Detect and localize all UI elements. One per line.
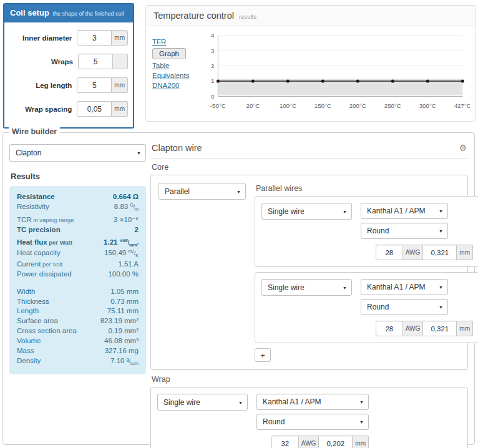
result-row: Volume46.08 mm³ (17, 336, 139, 346)
wrap-gauge-unit: AWG (299, 436, 319, 448)
wrap-type-select[interactable]: Single wire ▼ (157, 394, 248, 411)
wire2-material-select[interactable]: Kanthal A1 / APM ▼ (361, 279, 448, 295)
field-row-wrap-spacing: Wrap spacing mm (7, 101, 128, 117)
wire2-material-select-value: Kanthal A1 / APM (367, 283, 425, 291)
result-row: Width1.05 mm (17, 287, 139, 297)
wrap-profile-select-value: Round (263, 417, 285, 426)
tc-tab-tfr[interactable]: TFR (152, 38, 166, 46)
tc-tab-graph[interactable]: Graph (152, 48, 186, 59)
inner-diameter-unit: mm (112, 30, 128, 46)
result-row: Heat capacity150.49 mJ/K (17, 248, 139, 259)
field-row-wraps: Wraps (7, 54, 128, 69)
wrap-material-select[interactable]: Kanthal A1 / APM ▼ (256, 394, 369, 410)
wire1-profile-select[interactable]: Round ▼ (361, 223, 448, 239)
tc-tab-dna200[interactable]: DNA200 (152, 82, 179, 89)
result-row: Cross section area0.19 mm² (17, 326, 139, 336)
svg-text:-50°C: -50°C (210, 102, 226, 109)
wire2-diameter-input[interactable] (423, 321, 457, 336)
leg-length-input[interactable] (77, 77, 112, 93)
result-row: Thickness0.73 mm (17, 297, 139, 307)
wire2-gauge-input[interactable] (376, 321, 403, 336)
chevron-down-icon: ▼ (439, 209, 443, 213)
svg-text:3: 3 (211, 47, 214, 54)
coil-setup-title: Coil setup (10, 8, 49, 17)
wraps-input[interactable] (78, 54, 113, 69)
coil-setup-panel: Coil setup the shape of the finished coi… (3, 3, 134, 129)
wrap-profile-select[interactable]: Round ▼ (256, 414, 369, 430)
wire2-type-select-value: Single wire (268, 283, 305, 292)
chevron-down-icon: ▼ (439, 229, 443, 233)
chevron-down-icon: ▼ (439, 305, 443, 309)
tc-tab-table[interactable]: Table (152, 62, 170, 69)
tc-chart: 01234-50°C20°C100°C150°C200°C250°C300°C4… (202, 29, 470, 112)
wrap-spacing-label: Wrap spacing (7, 105, 77, 113)
wire2-type-select[interactable]: Single wire ▼ (261, 279, 352, 296)
wire1-gauge-input[interactable] (376, 245, 403, 260)
wraps-label: Wraps (7, 58, 78, 66)
wire-builder-legend: Wire builder (9, 127, 60, 136)
result-row: Power dissipated100.00 % (17, 270, 139, 280)
field-row-inner-diameter: Inner diameter mm (7, 30, 128, 46)
core-box: Parallel ▼ Parallel wires Single wire ▼ … (150, 175, 468, 370)
temperature-control-subtitle: results (239, 13, 256, 20)
divider (150, 158, 468, 158)
wire2-gauge-unit: AWG (403, 321, 424, 336)
wire-type-select-value: Clapton (16, 149, 41, 157)
leg-length-label: Leg length (7, 82, 77, 89)
temperature-control-panel: Temperature control results TFR Graph Ta… (145, 5, 476, 122)
add-wire-button[interactable]: + (255, 348, 271, 362)
svg-text:0: 0 (211, 93, 215, 100)
core-type-select[interactable]: Parallel ▼ (159, 183, 246, 200)
wrap-diameter-unit: mm (353, 436, 369, 448)
chevron-down-icon: ▼ (343, 285, 347, 290)
chevron-down-icon: ▼ (237, 189, 241, 193)
coil-setup-subtitle: the shape of the finished coil (52, 11, 124, 17)
wrap-spacing-input[interactable] (77, 101, 112, 117)
result-row: Mass327.16 mg (17, 346, 139, 356)
wire1-type-select-value: Single wire (268, 207, 305, 216)
result-row: Density7.10 g/ccm (17, 356, 139, 367)
result-row: Surface area823.19 mm² (17, 316, 139, 326)
svg-text:200°C: 200°C (349, 102, 366, 109)
core-label: Core (152, 163, 468, 172)
svg-text:100°C: 100°C (280, 102, 296, 109)
svg-text:1: 1 (211, 77, 214, 84)
svg-text:2: 2 (211, 62, 214, 69)
parallel-wires-label: Parallel wires (256, 184, 478, 193)
wire-type-select[interactable]: Clapton ▼ (9, 144, 146, 162)
wire1-diameter-unit: mm (457, 245, 473, 260)
tc-nav: TFR Graph Table Equivalents DNA200 (152, 29, 202, 112)
core-type-select-value: Parallel (165, 187, 190, 196)
wire1-gauge-row: AWG mm (361, 245, 473, 260)
wire2-gauge-row: AWG mm (361, 321, 473, 336)
svg-text:4: 4 (211, 32, 215, 39)
wire1-material-select[interactable]: Kanthal A1 / APM ▼ (361, 203, 448, 219)
wrap-diameter-input[interactable] (319, 436, 353, 448)
tc-tab-equivalents[interactable]: Equivalents (152, 72, 189, 79)
wire1-diameter-input[interactable] (423, 245, 457, 260)
parallel-wire-item-1: Single wire ▼ Kanthal A1 / APM ▼ Round ▼ (255, 196, 478, 267)
wire1-material-select-value: Kanthal A1 / APM (367, 207, 425, 215)
chevron-down-icon: ▼ (439, 285, 443, 290)
wire1-type-select[interactable]: Single wire ▼ (261, 203, 352, 220)
inner-diameter-label: Inner diameter (7, 34, 77, 42)
wrap-type-select-value: Single wire (163, 398, 200, 407)
result-row: Length75.11 mm (17, 306, 139, 316)
wraps-unit (113, 54, 128, 69)
wire2-profile-select[interactable]: Round ▼ (361, 299, 448, 315)
coil-setup-header: Coil setup the shape of the finished coi… (4, 4, 133, 22)
wrap-gauge-input[interactable] (271, 436, 299, 448)
gear-icon[interactable]: ⚙ (459, 143, 467, 153)
svg-text:150°C: 150°C (315, 102, 331, 109)
parallel-wires-group: Parallel wires Single wire ▼ Kanthal A1 … (255, 183, 478, 362)
result-row: Heat flux per Watt1.21 mW/mm² (17, 238, 139, 248)
tc-chart-svg: 01234-50°C20°C100°C150°C200°C250°C300°C4… (202, 31, 470, 112)
result-row: Resistance0.664 Ω (17, 192, 139, 202)
result-row: TCR in vaping range3 ×10⁻⁶ (17, 215, 139, 225)
temperature-control-header: Temperature control results (146, 6, 475, 26)
chevron-down-icon: ▼ (359, 420, 364, 424)
wire1-gauge-unit: AWG (403, 245, 424, 260)
inner-diameter-input[interactable] (77, 30, 112, 46)
chevron-down-icon: ▼ (137, 151, 141, 155)
results-box: Resistance0.664 ΩResistivity8.83 Ω/mTCR … (9, 186, 146, 374)
